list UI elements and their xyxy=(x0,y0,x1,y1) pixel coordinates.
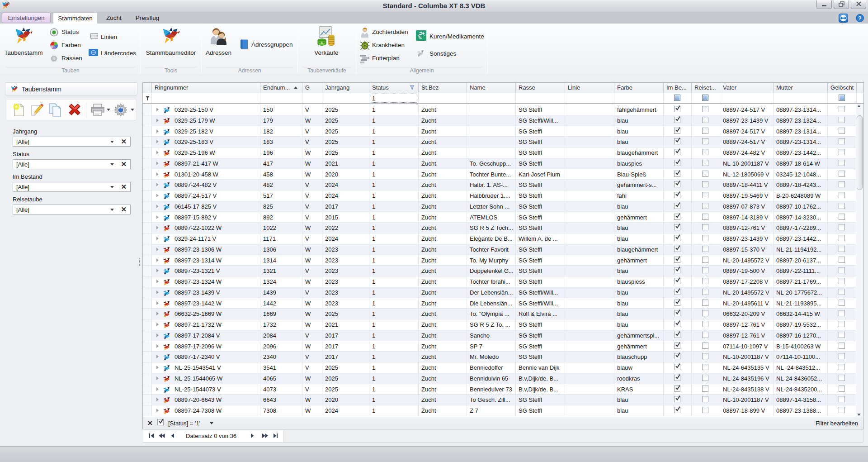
svg-text:$: $ xyxy=(321,41,323,45)
svg-text:?: ? xyxy=(858,15,861,22)
svg-text:Datensatz 0 von 36: Datensatz 0 von 36 xyxy=(186,433,236,439)
